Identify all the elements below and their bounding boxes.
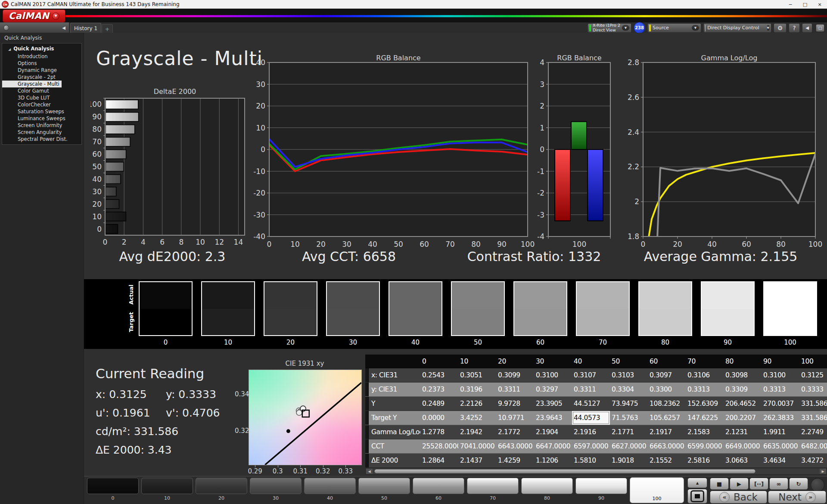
table-cell[interactable]: 0.2489 xyxy=(420,397,458,411)
table-cell[interactable]: 1.2864 xyxy=(420,454,458,467)
settings-button[interactable]: ⚙ xyxy=(774,23,787,33)
table-cell[interactable]: 6663.0000 xyxy=(648,439,686,453)
calman-logo-button[interactable]: CalMAN ▼ xyxy=(3,9,65,22)
table-cell[interactable]: 2.2749 xyxy=(799,425,827,439)
next-button[interactable]: Next » xyxy=(768,491,826,504)
pattern-swatch-40[interactable] xyxy=(304,478,356,494)
table-cell[interactable]: 2.1552 xyxy=(648,454,686,467)
table-cell[interactable]: 108.2362 xyxy=(648,397,686,411)
sidebar-item-colorchecker[interactable]: ColorChecker xyxy=(2,101,81,108)
table-cell[interactable]: 2.1772 xyxy=(496,425,534,439)
table-cell[interactable]: 6597.0000 xyxy=(572,439,610,453)
table-cell[interactable]: 0.2543 xyxy=(420,368,458,382)
table-cell[interactable]: 206.4652 xyxy=(724,397,762,411)
pattern-button[interactable]: [··] xyxy=(749,478,768,490)
table-cell[interactable]: 3.4252 xyxy=(458,411,496,425)
sidebar-item-3d-cube-lut[interactable]: 3D Cube LUT xyxy=(2,94,81,101)
add-tab-button[interactable]: + xyxy=(102,24,113,33)
minimize-icon[interactable]: ─ xyxy=(783,2,798,7)
table-cell[interactable]: 6649.0000 xyxy=(724,439,762,453)
continuous-button[interactable]: ∞ xyxy=(769,478,788,490)
table-cell[interactable]: 0.0000 xyxy=(420,411,458,425)
table-cell[interactable]: 0.3097 xyxy=(648,368,686,382)
table-cell[interactable]: 0.3300 xyxy=(648,383,686,396)
table-cell[interactable]: 2.2126 xyxy=(458,397,496,411)
repeat-button[interactable]: ↻ xyxy=(789,478,808,490)
stop-button[interactable]: ■ xyxy=(710,478,729,490)
reading-count-badge[interactable]: 238 xyxy=(634,22,645,34)
table-cell[interactable]: 0.3106 xyxy=(686,368,724,382)
table-cell[interactable]: 2.1231 xyxy=(724,425,762,439)
table-cell[interactable]: 7041.0000 xyxy=(458,439,496,453)
table-cell[interactable]: 331.5860 xyxy=(799,411,827,425)
sidebar-item-grayscale-multi[interactable]: Grayscale - Multi xyxy=(2,81,62,87)
table-cell[interactable]: 0.2373 xyxy=(420,383,458,396)
sidebar-item-dynamic-range[interactable]: Dynamic Range xyxy=(2,67,81,74)
scroll-right-icon[interactable]: ▶ xyxy=(820,469,826,474)
pattern-swatch-10[interactable] xyxy=(141,478,193,494)
source-dropdown[interactable]: Source ▼ xyxy=(647,23,701,33)
sidebar-item-screen-angularity[interactable]: Screen Angularity xyxy=(2,129,81,136)
table-cell[interactable]: 1.9911 xyxy=(762,425,799,439)
table-cell[interactable]: 152.6309 xyxy=(686,397,724,411)
table-cell[interactable]: 6627.0000 xyxy=(610,439,648,453)
pattern-swatch-60[interactable] xyxy=(413,478,464,494)
table-cell[interactable]: 2.1942 xyxy=(458,425,496,439)
sidebar-item-spectral-power-dist-[interactable]: Spectral Power Dist. xyxy=(2,136,81,143)
table-cell[interactable]: 0.3099 xyxy=(496,368,534,382)
help-button[interactable]: ? xyxy=(789,23,800,33)
maximize-icon[interactable]: □ xyxy=(798,2,812,7)
display-control-dropdown[interactable]: Direct Display Control ▼ xyxy=(703,23,771,33)
table-cell[interactable]: 0.3311 xyxy=(496,383,534,396)
table-cell[interactable]: 2.1917 xyxy=(648,425,686,439)
table-cell[interactable]: 0.3313 xyxy=(686,383,724,396)
sidebar-item-color-gamut[interactable]: Color Gamut xyxy=(2,87,81,94)
tray-expand-button[interactable]: ▲ xyxy=(687,478,707,488)
sidebar-item-grayscale-2pt[interactable]: Grayscale - 2pt xyxy=(2,74,81,81)
pattern-swatch-0[interactable] xyxy=(87,478,139,494)
table-cell[interactable]: 9.9728 xyxy=(496,397,534,411)
table-cell[interactable]: 0.3313 xyxy=(762,383,799,396)
table-cell[interactable]: 0.3100 xyxy=(762,368,799,382)
pattern-swatch-80[interactable] xyxy=(521,478,573,494)
scroll-left-icon[interactable]: ◀ xyxy=(366,469,373,474)
table-cell[interactable]: 2.1583 xyxy=(686,425,724,439)
sidebar-item-options[interactable]: Options xyxy=(2,60,81,67)
table-cell[interactable]: 262.3833 xyxy=(762,411,799,425)
sidebar-item-root[interactable]: ◢Quick Analysis xyxy=(2,45,81,53)
sidebar-item-luminance-sweeps[interactable]: Luminance Sweeps xyxy=(2,115,81,122)
pattern-swatch-50[interactable] xyxy=(358,478,410,494)
table-cell[interactable]: 200.2207 xyxy=(724,411,762,425)
table-cell[interactable]: 73.9475 xyxy=(610,397,648,411)
table-cell[interactable]: 0.3125 xyxy=(799,368,827,382)
sidebar-item-screen-uniformity[interactable]: Screen Uniformity xyxy=(2,122,81,129)
table-cell[interactable]: 0.3333 xyxy=(799,383,827,396)
sidebar-item-introduction[interactable]: Introduction xyxy=(2,53,81,60)
collapse-panel-button[interactable]: ◀ xyxy=(802,23,812,33)
close-icon[interactable]: × xyxy=(812,2,827,7)
table-cell[interactable]: 23.9643 xyxy=(534,411,572,425)
table-cell[interactable]: 3.0663 xyxy=(724,454,762,467)
table-cell[interactable]: 44.0573 xyxy=(572,411,610,425)
table-scrollbar[interactable]: ◀▶ xyxy=(365,468,827,475)
pattern-swatch-100[interactable]: 100 xyxy=(630,477,684,503)
table-cell[interactable]: 6647.0000 xyxy=(534,439,572,453)
table-cell[interactable]: 1.5810 xyxy=(572,454,610,467)
table-cell[interactable]: 3.4634 xyxy=(762,454,799,467)
table-cell[interactable]: 0.3100 xyxy=(534,368,572,382)
table-cell[interactable]: 0.3107 xyxy=(572,368,610,382)
table-cell[interactable]: 0.3297 xyxy=(534,383,572,396)
table-cell[interactable]: 0.3098 xyxy=(724,368,762,382)
table-cell[interactable]: 0.3311 xyxy=(572,383,610,396)
play-button[interactable]: ▶ xyxy=(730,478,749,490)
tab-history-1[interactable]: History 1 xyxy=(70,23,101,33)
table-cell[interactable]: 71.5763 xyxy=(610,411,648,425)
edge-panel-button[interactable]: □ xyxy=(816,24,824,32)
table-cell[interactable]: 1.1206 xyxy=(534,454,572,467)
pattern-swatch-90[interactable] xyxy=(575,478,627,494)
collapse-left-icon[interactable]: ◀ xyxy=(62,25,65,30)
table-cell[interactable]: 23.3905 xyxy=(534,397,572,411)
sidebar-item-saturation-sweeps[interactable]: Saturation Sweeps xyxy=(2,108,81,115)
stop-pattern-button[interactable] xyxy=(687,489,707,504)
table-cell[interactable]: 0.3051 xyxy=(458,368,496,382)
